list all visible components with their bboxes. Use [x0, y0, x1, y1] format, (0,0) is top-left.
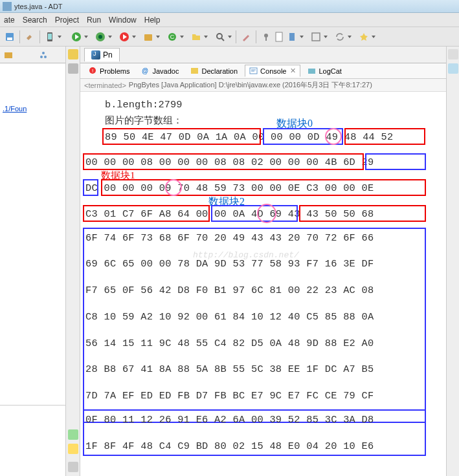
- svg-point-11: [217, 34, 222, 39]
- dropdown-icon[interactable]: [204, 36, 208, 38]
- dropdown-icon[interactable]: [228, 36, 232, 38]
- file-tab-pn[interactable]: Pn: [84, 48, 120, 61]
- svg-point-17: [42, 52, 45, 54]
- dropdown-icon[interactable]: [324, 36, 328, 38]
- dropdown-icon[interactable]: [84, 36, 88, 38]
- tab-problems[interactable]: ! Problems: [84, 65, 134, 77]
- bytes-row: 00 00 00 08 00 00 00 08 08 02 00 00 00 4…: [85, 155, 440, 171]
- bytes-row: C8 10 59 A2 10 92 00 61 84 10 12 40 C5 8…: [85, 309, 440, 325]
- tab-logcat[interactable]: LogCat: [303, 65, 346, 77]
- console-line: 图片的字节数组：: [105, 113, 440, 129]
- outline-icon[interactable]: [448, 63, 458, 74]
- tab-console[interactable]: Console ✕: [245, 65, 300, 77]
- outline-icon[interactable]: [448, 49, 458, 60]
- svg-rect-14: [289, 33, 295, 41]
- bytes-row: DC 00 00 00 09 70 48 59 73 00 00 0E C3 0…: [85, 180, 440, 197]
- toolbar-pin-icon[interactable]: [260, 31, 272, 43]
- toolbar-search-icon[interactable]: [214, 31, 226, 43]
- close-icon[interactable]: ✕: [290, 67, 296, 75]
- tree-item[interactable]: .1/Foun: [3, 105, 63, 113]
- tab-label: Javadoc: [152, 67, 179, 75]
- console-line: b.length:2799: [105, 97, 440, 113]
- toolbar-sep: [39, 30, 40, 43]
- console-icon: [249, 67, 258, 75]
- tab-label: LogCat: [319, 67, 341, 75]
- toolbar-bookmark-icon[interactable]: [286, 31, 298, 43]
- svg-text:!: !: [92, 68, 93, 74]
- gutter-edit-icon[interactable]: [68, 462, 78, 472]
- editor-area: Pn ! Problems @ Javadoc Declaration: [66, 47, 459, 476]
- toolbar-sep: [256, 30, 256, 43]
- menu-project[interactable]: Project: [55, 16, 79, 25]
- svg-point-18: [40, 56, 43, 58]
- titlebar-text: ytes.java - ADT: [14, 3, 63, 10]
- dropdown-icon[interactable]: [180, 36, 184, 38]
- dropdown-icon[interactable]: [372, 36, 375, 38]
- svg-rect-3: [48, 34, 52, 39]
- menu-window[interactable]: Window: [109, 16, 137, 25]
- package-explorer[interactable]: .1/Foun: [0, 63, 65, 405]
- tab-label: Declaration: [201, 67, 238, 75]
- dropdown-icon[interactable]: [156, 36, 160, 38]
- svg-point-6: [98, 35, 102, 39]
- gutter-icon[interactable]: [68, 49, 78, 60]
- tab-javadoc[interactable]: @ Javadoc: [137, 65, 183, 77]
- toolbar-debug-icon[interactable]: [95, 31, 106, 43]
- dropdown-icon[interactable]: [58, 36, 62, 38]
- term-rest: PngBytes [Java Application] D:\jre\bin\j…: [129, 80, 372, 90]
- logcat-icon: [308, 67, 316, 75]
- titlebar: ytes.java - ADT: [0, 0, 459, 13]
- gutter-warn-icon[interactable]: [68, 444, 78, 454]
- javadoc-icon: @: [141, 67, 150, 75]
- toolbar-folder-icon[interactable]: [190, 31, 202, 43]
- terminated-info: <terminated> PngBytes [Java Application]…: [80, 79, 446, 92]
- toolbar-doc-icon[interactable]: [273, 31, 285, 43]
- left-gutter: [66, 47, 80, 476]
- left-views: [0, 47, 65, 63]
- view-tabs: ! Problems @ Javadoc Declaration Console: [80, 63, 446, 79]
- file-tabs: Pn: [80, 47, 446, 63]
- dropdown-icon[interactable]: [132, 36, 136, 38]
- bytes-row: 6F 74 6F 73 68 6F 70 20 49 43 43 20 70 7…: [85, 230, 440, 246]
- svg-rect-8: [144, 34, 152, 41]
- bytes-row: 89 50 4E 47 0D 0A 1A 0A 00 00 00 0D 49 4…: [105, 129, 440, 146]
- toolbar-wand-icon[interactable]: [240, 31, 252, 43]
- bytes-row: 7D 7A EF ED ED FB D7 FB BC E7 9C E7 FC C…: [85, 388, 440, 404]
- toolbar-rect-icon[interactable]: [310, 31, 322, 43]
- console-output[interactable]: b.length:2799 图片的字节数组： 数据块0 89 50 4E 47 …: [80, 92, 446, 476]
- menu-run[interactable]: Run: [87, 16, 101, 25]
- gutter-icon[interactable]: [68, 429, 78, 440]
- toolbar-save-icon[interactable]: [4, 31, 16, 43]
- menu-ate[interactable]: ate: [4, 16, 15, 25]
- left-column: .1/Foun: [0, 47, 66, 476]
- toolbar-phone-icon[interactable]: [44, 31, 56, 43]
- dropdown-icon[interactable]: [108, 36, 112, 38]
- svg-rect-15: [312, 33, 320, 41]
- dropdown-icon[interactable]: [348, 36, 352, 38]
- menu-search[interactable]: Search: [23, 16, 47, 25]
- toolbar-sync-icon[interactable]: [334, 31, 346, 43]
- svg-rect-13: [276, 32, 282, 41]
- bytes-row: 56 14 15 11 9C 48 55 C4 82 D5 0A 48 9D 8…: [85, 336, 440, 352]
- toolbar-hammer-icon[interactable]: [24, 31, 36, 43]
- menu-help[interactable]: Help: [144, 16, 161, 25]
- toolbar-runext-icon[interactable]: [118, 31, 130, 43]
- typehierarchy-icon[interactable]: [38, 49, 49, 61]
- java-file-icon: [91, 50, 100, 60]
- toolbar-package-icon[interactable]: [142, 31, 154, 43]
- svg-point-12: [264, 34, 268, 38]
- app-icon: [3, 2, 12, 11]
- toolbar-fav-icon[interactable]: [358, 31, 370, 43]
- pkgexplorer-icon[interactable]: [3, 49, 14, 61]
- term-prefix: <terminated>: [84, 81, 126, 89]
- toolbar-sep: [19, 30, 20, 43]
- tab-label: Problems: [100, 67, 129, 75]
- toolbar-run-icon[interactable]: [71, 31, 82, 43]
- file-tab-label: Pn: [103, 50, 113, 60]
- tab-declaration[interactable]: Declaration: [186, 65, 242, 77]
- dropdown-icon[interactable]: [300, 36, 304, 38]
- gutter-icon[interactable]: [68, 63, 78, 74]
- problems-icon: !: [89, 67, 97, 75]
- bytes-row: F7 65 0F 56 42 D8 F0 B1 97 6C 81 00 22 2…: [85, 283, 440, 299]
- toolbar-newclass-icon[interactable]: C: [166, 31, 178, 43]
